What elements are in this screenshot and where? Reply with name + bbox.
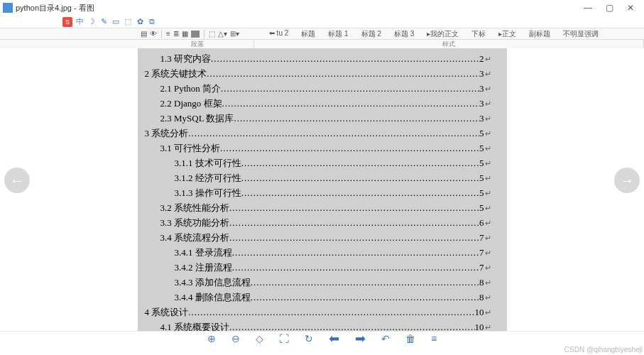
toc-row: 3.4 系统流程分析..............................…	[145, 231, 491, 246]
maximize-button[interactable]: ▢	[599, 3, 620, 13]
watermark: CSDN @qihangbiyesheji	[0, 345, 644, 355]
toc-page-number: 5	[479, 128, 484, 139]
style-option[interactable]: ⬅ tu 2	[268, 29, 290, 39]
style-option[interactable]: 下标	[470, 29, 487, 39]
toc-page-number: 5	[479, 143, 484, 154]
indent-icon[interactable]: ⬚	[209, 30, 215, 38]
paragraph-mark-icon: ↵	[485, 293, 491, 302]
align-icon[interactable]: ▦	[182, 30, 188, 38]
toc-dots: ........................................…	[251, 292, 479, 303]
toc-row: 2.3 MySQL 数据库...........................…	[145, 112, 491, 127]
toc-label: 3.4.1 登录流程	[175, 246, 232, 259]
section-styles: 样式	[254, 40, 644, 48]
style-option[interactable]: 标题	[300, 29, 317, 39]
toc-row: 3.1.2 经济可行性.............................…	[145, 172, 491, 187]
style-option[interactable]: 不明显强调	[562, 29, 600, 39]
paragraph-mark-icon: ↵	[485, 308, 491, 317]
toc-dots: ........................................…	[207, 68, 479, 80]
toc-label: 3.4 系统流程分析	[160, 231, 230, 244]
zoom-out-icon[interactable]: ⊖	[231, 333, 240, 344]
style-option[interactable]: 副标题	[528, 29, 552, 39]
toc-dots: ........................................…	[229, 322, 475, 331]
ime-copy-icon[interactable]: ⧉	[147, 17, 157, 27]
toc-dots: ........................................…	[229, 202, 479, 214]
style-option[interactable]: 标题 2	[360, 29, 383, 39]
style-option[interactable]: ▸正文	[497, 29, 518, 39]
bullet-list-icon[interactable]: ≡	[166, 30, 170, 38]
toc-dots: ........................................…	[211, 53, 479, 65]
toc-page-number: 5	[479, 202, 484, 214]
paragraph-mark-icon: ↵	[485, 99, 491, 109]
fill-icon[interactable]	[191, 31, 200, 38]
prev-icon[interactable]: ⬅	[329, 331, 339, 346]
number-list-icon[interactable]: ≣	[173, 30, 179, 38]
toc-row: 3.1 可行性分析...............................…	[145, 142, 491, 157]
minimize-button[interactable]: —	[577, 3, 599, 13]
toc-dots: ........................................…	[234, 113, 479, 124]
ime-moon-icon[interactable]: ☽	[87, 17, 97, 27]
toc-page-number: 5	[479, 187, 484, 199]
input-method-bar: S 中 ☽ ✎ ▭ ⬚ ✿ ⧉	[0, 16, 644, 28]
style-option[interactable]: ▸我的正文	[425, 29, 460, 39]
zoom-in-icon[interactable]: ⊕	[207, 333, 216, 344]
outdent-icon[interactable]: △▾	[218, 30, 227, 38]
style-gallery: ⬅ tu 2标题标题 1标题 2标题 3▸我的正文下标▸正文副标题不明显强调	[268, 29, 601, 39]
toc-label: 2.3 MySQL 数据库	[160, 112, 234, 125]
toc-row: 3.4.1 登录流程..............................…	[145, 246, 491, 261]
paragraph-mark-icon: ↵	[485, 278, 491, 288]
document-canvas: 1.3 研究内容................................…	[0, 48, 644, 331]
style-option[interactable]: 标题 1	[327, 29, 349, 39]
toc-label: 3.4.2 注册流程	[175, 261, 232, 274]
rotate-icon[interactable]: ↻	[305, 333, 313, 344]
menu-icon[interactable]: ≡	[431, 333, 437, 344]
toc-page-number: 6	[479, 217, 484, 229]
paragraph-mark-icon: ↵	[485, 114, 491, 124]
style-option[interactable]: 标题 3	[393, 29, 415, 39]
sort-icon[interactable]: ⊞▾	[230, 30, 239, 38]
next-icon[interactable]: ➡	[355, 331, 366, 346]
toc-row: 1.3 研究内容................................…	[145, 53, 491, 67]
fullscreen-icon[interactable]: ⛶	[279, 333, 289, 344]
fit-icon[interactable]: ◇	[256, 333, 263, 344]
next-image-button[interactable]: →	[614, 168, 640, 193]
paragraph-mark-icon: ↵	[485, 263, 491, 273]
undo-icon[interactable]: ↶	[381, 333, 390, 344]
prev-image-button[interactable]: ←	[4, 168, 30, 193]
paragraph-mark-icon: ↵	[485, 84, 491, 94]
ime-box-icon[interactable]: ⬚	[123, 17, 133, 27]
toc-page-number: 10	[475, 322, 484, 331]
toc-dots: ........................................…	[229, 232, 479, 244]
list-icon[interactable]: ▤	[141, 30, 147, 38]
section-paragraph: 段落	[141, 40, 254, 48]
toc-page-number: 10	[475, 307, 484, 318]
toc-dots: ........................................…	[222, 98, 479, 109]
paragraph-mark-icon: ↵	[485, 323, 491, 331]
paragraph-mark-icon: ↵	[485, 189, 491, 198]
delete-icon[interactable]: 🗑	[405, 333, 415, 344]
toc-label: 2.1 Python 简介	[160, 82, 222, 95]
toc-page-number: 2	[479, 53, 484, 65]
window-title: python目录4.jpg - 看图	[16, 3, 94, 13]
ime-lang-icon[interactable]: 中	[75, 17, 84, 27]
toc-page-number: 3	[479, 68, 484, 80]
paragraph-mark-icon: ↵	[485, 70, 491, 79]
toc-dots: ........................................…	[241, 173, 479, 184]
eye-icon[interactable]: 👁	[150, 30, 157, 38]
toc-dots: ........................................…	[241, 187, 479, 199]
ime-badge-icon[interactable]: S	[62, 17, 72, 27]
toc-row: 4 系统设计..................................…	[145, 306, 491, 321]
ime-flower-icon[interactable]: ✿	[135, 17, 145, 27]
toc-label: 1.3 研究内容	[160, 53, 212, 65]
toc-dots: ........................................…	[229, 217, 479, 229]
paragraph-mark-icon: ↵	[485, 204, 491, 213]
toc-row: 3.4.4 删除信息流程............................…	[145, 291, 491, 306]
close-button[interactable]: ✕	[620, 3, 641, 13]
window-titlebar: python目录4.jpg - 看图 — ▢ ✕	[0, 0, 644, 16]
paragraph-mark-icon: ↵	[485, 248, 491, 258]
toc-row: 3.1.1 技术可行性.............................…	[145, 157, 491, 172]
paragraph-mark-icon: ↵	[485, 55, 491, 64]
toc-label: 3.1.3 操作可行性	[175, 187, 241, 200]
ime-keyboard-icon[interactable]: ▭	[111, 17, 121, 27]
ime-edit-icon[interactable]: ✎	[99, 17, 109, 27]
toc-label: 3.4.3 添加信息流程	[175, 276, 251, 289]
